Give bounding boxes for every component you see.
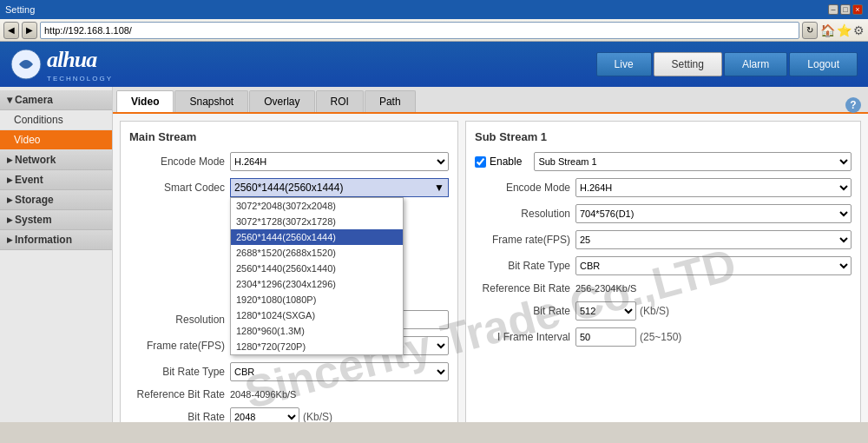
- alarm-button[interactable]: Alarm: [724, 52, 787, 76]
- brand-name: alhua: [47, 47, 113, 73]
- maximize-button[interactable]: □: [840, 4, 851, 15]
- sub-bit-rate-label: Bit Rate: [475, 305, 570, 317]
- bit-rate-type-row: Bit Rate Type CBR: [129, 362, 449, 381]
- live-button[interactable]: Live: [596, 52, 652, 76]
- tools-icon[interactable]: ⚙: [853, 23, 865, 37]
- sub-stream-panel: Sub Stream 1 Enable Sub Stream 1 Sub Str…: [465, 121, 861, 422]
- sub-frame-rate-select[interactable]: 25: [575, 230, 852, 249]
- sidebar-section-storage[interactable]: ▸ Storage: [0, 190, 112, 210]
- sub-iframe-range: (25~150): [640, 331, 681, 343]
- sub-bit-rate-type-label: Bit Rate Type: [475, 260, 570, 272]
- resolution-dropdown-list[interactable]: 3072*2048(3072x2048) 3072*1728(3072x1728…: [230, 197, 404, 355]
- sidebar-event-label: Event: [15, 174, 43, 186]
- chevron-right-icon5: ▸: [7, 234, 12, 246]
- resolution-option-6[interactable]: 1920*1080(1080P): [231, 292, 403, 307]
- sub-iframe-row: I Frame Interval (25~150): [475, 327, 852, 347]
- tab-roi[interactable]: ROI: [316, 90, 364, 112]
- chevron-right-icon: ▸: [7, 154, 12, 166]
- sidebar-storage-label: Storage: [15, 194, 54, 206]
- app-logo: alhua TECHNOLOGY: [10, 47, 113, 83]
- minimize-button[interactable]: –: [828, 4, 838, 15]
- sidebar-section-event[interactable]: ▸ Event: [0, 170, 112, 190]
- browser-title: Setting: [5, 4, 35, 15]
- resolution-option-3[interactable]: 2688*1520(2688x1520): [231, 245, 403, 261]
- sub-iframe-input[interactable]: [575, 327, 636, 347]
- sidebar-section-information[interactable]: ▸ Information: [0, 230, 112, 250]
- sidebar-section-camera[interactable]: ▾ Camera: [0, 90, 112, 110]
- ref-bit-rate-value: 2048-4096Kb/S: [230, 387, 296, 401]
- resolution-option-2[interactable]: 2560*1444(2560x1444): [231, 229, 403, 245]
- sub-bit-rate-type-select[interactable]: CBR: [575, 256, 852, 275]
- resolution-option-1[interactable]: 3072*1728(3072x1728): [231, 214, 403, 229]
- sub-iframe-label: I Frame Interval: [475, 331, 570, 343]
- sub-stream-title: Sub Stream 1: [475, 130, 852, 143]
- sub-encode-mode-label: Encode Mode: [475, 182, 570, 194]
- back-button[interactable]: ◀: [3, 22, 19, 39]
- bit-rate-unit: (Kb/S): [303, 411, 332, 422]
- resolution-option-5[interactable]: 2304*1296(2304x1296): [231, 276, 403, 292]
- resolution-selected-text: 2560*1444(2560x1444): [234, 182, 343, 194]
- tab-overlay[interactable]: Overlay: [249, 90, 314, 112]
- sub-frame-rate-row: Frame rate(FPS) 25: [475, 230, 852, 249]
- sidebar: ▾ Camera Conditions Video ▸ Network ▸ Ev…: [0, 87, 113, 422]
- navigation-bar: ◀ ▶ ↻ 🏠 ⭐ ⚙: [0, 19, 868, 42]
- sub-encode-mode-row: Encode Mode H.264H: [475, 178, 852, 197]
- resolution-option-9[interactable]: 1280*720(720P): [231, 339, 403, 354]
- header-navigation: Live Setting Alarm Logout: [596, 52, 858, 76]
- home-icon[interactable]: 🏠: [820, 23, 835, 37]
- sidebar-network-label: Network: [15, 154, 56, 166]
- setting-button[interactable]: Setting: [654, 52, 722, 76]
- forward-button[interactable]: ▶: [22, 22, 37, 39]
- resolution-option-0[interactable]: 3072*2048(3072x2048): [231, 198, 403, 214]
- sub-bit-rate-row: Bit Rate 512 (Kb/S): [475, 301, 852, 321]
- smart-codec-row: Smart Codec 2560*1444(2560x1444) ▼: [129, 178, 449, 197]
- encode-mode-select[interactable]: H.264H H.264 H.265: [230, 152, 449, 171]
- bit-rate-select[interactable]: 2048: [230, 407, 299, 422]
- refresh-nav-button[interactable]: ↻: [802, 22, 818, 39]
- content-area: Main Stream Encode Mode H.264H H.264 H.2…: [113, 114, 868, 422]
- enable-checkbox[interactable]: [475, 156, 486, 168]
- sidebar-information-label: Information: [15, 234, 72, 246]
- sub-bit-rate-type-row: Bit Rate Type CBR: [475, 256, 852, 275]
- help-icon[interactable]: ?: [845, 97, 861, 113]
- sub-resolution-select[interactable]: 704*576(D1): [575, 204, 852, 223]
- title-bar: Setting – □ ×: [0, 0, 868, 19]
- sub-encode-mode-select[interactable]: H.264H: [575, 178, 852, 197]
- bit-rate-type-select[interactable]: CBR: [230, 362, 449, 381]
- sidebar-item-video[interactable]: Video: [0, 130, 112, 150]
- resolution-option-8[interactable]: 1280*960(1.3M): [231, 323, 403, 339]
- address-bar[interactable]: [40, 22, 799, 39]
- sidebar-section-system[interactable]: ▸ System: [0, 210, 112, 230]
- sub-stream-select[interactable]: Sub Stream 1 Sub Stream 2: [534, 152, 852, 171]
- main-content: Video Snapshot Overlay ROI Path ? Sincer…: [113, 87, 868, 422]
- resolution-option-7[interactable]: 1280*1024(SXGA): [231, 307, 403, 323]
- dropdown-arrow-icon: ▼: [434, 182, 444, 194]
- encode-mode-row: Encode Mode H.264H H.264 H.265: [129, 152, 449, 171]
- chevron-right-icon2: ▸: [7, 174, 12, 186]
- bit-rate-row: Bit Rate 2048 (Kb/S): [129, 407, 449, 422]
- chevron-down-icon: ▾: [7, 94, 12, 106]
- sidebar-system-label: System: [15, 214, 52, 226]
- sub-bit-rate-unit: (Kb/S): [640, 305, 669, 317]
- resolution-dropdown-trigger[interactable]: 2560*1444(2560x1444) ▼: [230, 178, 449, 197]
- close-button[interactable]: ×: [852, 4, 863, 15]
- main-stream-panel: Main Stream Encode Mode H.264H H.264 H.2…: [120, 121, 458, 422]
- sub-resolution-row: Resolution 704*576(D1): [475, 204, 852, 223]
- sidebar-item-conditions[interactable]: Conditions: [0, 110, 112, 130]
- enable-row: Enable Sub Stream 1 Sub Stream 2: [475, 152, 852, 171]
- dahua-logo-icon: [10, 49, 42, 80]
- resolution-option-4[interactable]: 2560*1440(2560x1440): [231, 261, 403, 276]
- logout-button[interactable]: Logout: [789, 52, 858, 76]
- main-stream-title: Main Stream: [129, 130, 449, 143]
- tab-video[interactable]: Video: [116, 90, 174, 112]
- ref-bit-rate-row: Reference Bit Rate 2048-4096Kb/S: [129, 388, 449, 400]
- chevron-right-icon4: ▸: [7, 214, 12, 226]
- tab-path[interactable]: Path: [365, 90, 416, 112]
- star-icon[interactable]: ⭐: [837, 23, 852, 37]
- sidebar-section-network[interactable]: ▸ Network: [0, 150, 112, 170]
- sub-bit-rate-select[interactable]: 512: [575, 301, 636, 321]
- brand-sub: TECHNOLOGY: [47, 75, 113, 83]
- tab-snapshot[interactable]: Snapshot: [174, 90, 248, 112]
- sub-ref-bit-rate-label: Reference Bit Rate: [475, 282, 570, 294]
- enable-label: Enable: [490, 155, 522, 168]
